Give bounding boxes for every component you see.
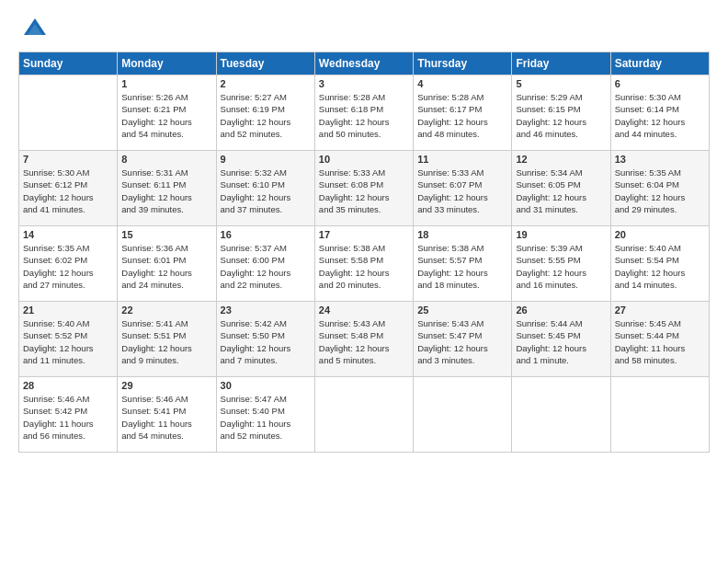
day-info-line: Sunset: 5:55 PM	[516, 255, 580, 265]
day-info-line: Daylight: 11 hours	[23, 419, 94, 429]
day-info-line: Daylight: 12 hours	[417, 192, 488, 202]
day-info-line: Sunset: 6:00 PM	[221, 255, 285, 265]
day-info-line: Sunset: 5:41 PM	[121, 406, 186, 416]
day-info-line: Daylight: 12 hours	[319, 192, 390, 202]
day-info: Sunrise: 5:38 AMSunset: 5:57 PMDaylight:…	[417, 242, 507, 291]
week-row-2: 7Sunrise: 5:30 AMSunset: 6:12 PMDaylight…	[19, 151, 710, 226]
day-number: 8	[121, 154, 211, 165]
day-info: Sunrise: 5:28 AMSunset: 6:17 PMDaylight:…	[417, 91, 507, 140]
day-number: 11	[417, 154, 507, 165]
day-info-line: Sunrise: 5:35 AM	[23, 243, 89, 253]
day-info-line: and 29 minutes.	[615, 204, 677, 214]
day-info-line: Sunrise: 5:45 AM	[615, 318, 681, 328]
day-info-line: Sunrise: 5:42 AM	[221, 318, 287, 328]
day-info: Sunrise: 5:45 AMSunset: 5:44 PMDaylight:…	[615, 317, 705, 366]
day-info-line: Sunrise: 5:43 AM	[417, 318, 483, 328]
day-info-line: Daylight: 12 hours	[221, 192, 291, 202]
day-info-line: Sunset: 6:11 PM	[121, 179, 186, 190]
day-info-line: Sunset: 6:07 PM	[417, 179, 482, 190]
day-info-line: Sunset: 6:19 PM	[221, 104, 285, 114]
day-info-line: Sunrise: 5:41 AM	[121, 318, 188, 328]
day-number: 14	[23, 229, 113, 240]
day-number: 19	[516, 229, 606, 240]
day-info-line: Daylight: 12 hours	[221, 268, 291, 278]
day-info-line: Sunset: 5:44 PM	[615, 330, 679, 340]
day-info-line: Sunset: 5:57 PM	[417, 255, 482, 265]
header	[18, 17, 710, 42]
day-number: 12	[516, 154, 606, 165]
day-info-line: Sunset: 6:10 PM	[221, 179, 285, 190]
day-cell	[610, 377, 709, 453]
day-info-line: Sunrise: 5:33 AM	[417, 167, 483, 178]
week-row-4: 21Sunrise: 5:40 AMSunset: 5:52 PMDayligh…	[19, 302, 710, 377]
day-cell	[314, 377, 413, 453]
day-info-line: Daylight: 12 hours	[615, 192, 686, 202]
day-info-line: and 16 minutes.	[516, 280, 578, 290]
day-info-line: Daylight: 12 hours	[221, 117, 291, 127]
day-number: 2	[221, 78, 311, 89]
day-number: 26	[516, 304, 606, 316]
day-info-line: Sunrise: 5:44 AM	[516, 318, 582, 328]
day-number: 7	[23, 154, 113, 165]
day-info-line: and 58 minutes.	[615, 355, 677, 365]
day-info-line: Daylight: 12 hours	[319, 343, 390, 353]
day-info-line: and 35 minutes.	[319, 204, 381, 214]
day-info-line: Daylight: 12 hours	[319, 268, 390, 278]
day-info-line: and 9 minutes.	[121, 355, 178, 365]
day-info-line: Sunrise: 5:38 AM	[319, 243, 385, 253]
day-info-line: Daylight: 12 hours	[23, 192, 94, 202]
day-info: Sunrise: 5:32 AMSunset: 6:10 PMDaylight:…	[221, 167, 311, 215]
day-cell: 30Sunrise: 5:47 AMSunset: 5:40 PMDayligh…	[216, 377, 314, 453]
day-cell: 17Sunrise: 5:38 AMSunset: 5:58 PMDayligh…	[314, 226, 413, 302]
day-info-line: and 7 minutes.	[221, 355, 278, 365]
day-info-line: Daylight: 12 hours	[121, 117, 192, 127]
day-info-line: Sunset: 5:58 PM	[319, 255, 383, 265]
day-info-line: Sunset: 5:51 PM	[121, 330, 186, 340]
day-info-line: Sunset: 5:47 PM	[417, 330, 482, 340]
day-info-line: and 50 minutes.	[319, 129, 381, 139]
week-row-3: 14Sunrise: 5:35 AMSunset: 6:02 PMDayligh…	[19, 226, 710, 302]
day-info-line: Sunrise: 5:34 AM	[516, 167, 582, 178]
day-info-line: and 18 minutes.	[417, 280, 480, 290]
day-info-line: Daylight: 11 hours	[615, 343, 686, 353]
day-info-line: Sunrise: 5:40 AM	[615, 243, 681, 253]
day-info-line: Sunrise: 5:26 AM	[121, 92, 188, 102]
day-info: Sunrise: 5:30 AMSunset: 6:14 PMDaylight:…	[615, 91, 705, 140]
day-info: Sunrise: 5:39 AMSunset: 5:55 PMDaylight:…	[516, 242, 606, 291]
day-info-line: and 37 minutes.	[221, 204, 283, 214]
day-info: Sunrise: 5:26 AMSunset: 6:21 PMDaylight:…	[121, 91, 211, 140]
day-info-line: Sunrise: 5:37 AM	[221, 243, 287, 253]
day-number: 13	[615, 154, 705, 165]
day-cell: 23Sunrise: 5:42 AMSunset: 5:50 PMDayligh…	[216, 302, 314, 377]
day-number: 29	[121, 380, 211, 391]
day-info-line: Sunset: 6:04 PM	[615, 179, 679, 190]
day-info: Sunrise: 5:46 AMSunset: 5:42 PMDaylight:…	[23, 393, 113, 442]
day-cell: 28Sunrise: 5:46 AMSunset: 5:42 PMDayligh…	[19, 377, 118, 453]
day-cell: 22Sunrise: 5:41 AMSunset: 5:51 PMDayligh…	[118, 302, 216, 377]
week-row-5: 28Sunrise: 5:46 AMSunset: 5:42 PMDayligh…	[19, 377, 710, 453]
day-cell: 18Sunrise: 5:38 AMSunset: 5:57 PMDayligh…	[414, 226, 512, 302]
day-cell: 3Sunrise: 5:28 AMSunset: 6:18 PMDaylight…	[314, 75, 413, 151]
day-info: Sunrise: 5:37 AMSunset: 6:00 PMDaylight:…	[221, 242, 311, 291]
day-info: Sunrise: 5:33 AMSunset: 6:08 PMDaylight:…	[319, 167, 409, 215]
day-info-line: Daylight: 12 hours	[121, 268, 192, 278]
day-info-line: Sunset: 6:14 PM	[615, 104, 679, 114]
day-cell: 8Sunrise: 5:31 AMSunset: 6:11 PMDaylight…	[118, 151, 216, 226]
day-info: Sunrise: 5:34 AMSunset: 6:05 PMDaylight:…	[516, 167, 606, 215]
day-info-line: Sunset: 5:40 PM	[221, 406, 285, 416]
day-number: 28	[23, 380, 113, 391]
day-info-line: Sunrise: 5:29 AM	[516, 92, 582, 102]
day-info-line: Daylight: 12 hours	[23, 343, 94, 353]
day-info-line: Sunset: 5:54 PM	[615, 255, 679, 265]
day-info: Sunrise: 5:44 AMSunset: 5:45 PMDaylight:…	[516, 317, 606, 366]
day-number: 21	[23, 304, 113, 316]
day-info-line: Sunrise: 5:28 AM	[319, 92, 385, 102]
col-header-monday: Monday	[118, 52, 216, 75]
day-info-line: Sunset: 5:50 PM	[221, 330, 285, 340]
day-info-line: Sunset: 6:21 PM	[121, 104, 186, 114]
day-info-line: and 52 minutes.	[221, 431, 283, 441]
day-number: 9	[221, 154, 311, 165]
day-number: 6	[615, 78, 705, 89]
day-cell: 5Sunrise: 5:29 AMSunset: 6:15 PMDaylight…	[512, 75, 610, 151]
day-info-line: Sunrise: 5:32 AM	[221, 167, 287, 178]
